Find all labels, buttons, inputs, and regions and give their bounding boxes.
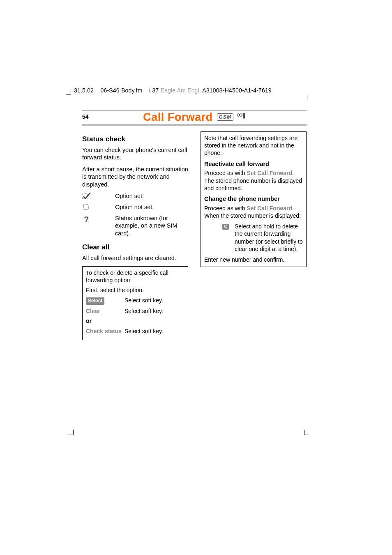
checkmark-icon	[82, 192, 115, 202]
status-check-heading: Status check	[82, 135, 188, 144]
doc-index: i 37	[149, 87, 159, 94]
page-body: 54 Call Forward GSM Status check You can…	[82, 109, 307, 340]
check-status-softkey: Check status	[86, 328, 122, 334]
icon-label: Option not set.	[115, 203, 188, 213]
change-number-heading: Change the phone number	[204, 195, 303, 203]
icon-row-unknown: ? Status unknown (for example, on a new …	[82, 214, 188, 237]
clear-action: Select soft key.	[125, 307, 184, 315]
doc-code: A31008-H4500-A1-4-7619	[202, 87, 272, 94]
select-action: Select soft key.	[125, 297, 184, 304]
doc-lang: Am Engl,	[177, 87, 201, 94]
note-text: Note that call forwarding settings are s…	[204, 134, 303, 157]
doc-product: Eagle	[160, 87, 175, 94]
unchecked-box-icon	[82, 203, 115, 213]
clear-key-icon: C	[222, 224, 229, 230]
set-call-forward-link: Set Call Forward	[247, 205, 292, 212]
doc-date: 31.5.02	[74, 87, 94, 94]
question-icon: ?	[82, 214, 115, 237]
clear-all-heading: Clear all	[82, 243, 188, 252]
network-depend-icon	[236, 113, 246, 122]
txt: Proceed as with	[204, 170, 247, 176]
icon-label: Status unknown (for example, on a new SI…	[115, 214, 188, 237]
page-title: Call Forward	[143, 111, 213, 124]
right-column: Note that call forwarding settings are s…	[201, 131, 307, 340]
select-softkey: Select	[86, 297, 104, 305]
icon-row-set: Option set.	[82, 192, 188, 202]
reactivate-heading: Reactivate call forward	[204, 160, 303, 168]
icon-row-notset: Option not set.	[82, 203, 188, 213]
doc-file: 06-S46 Body.fm	[100, 87, 142, 94]
set-call-forward-link: Set Call Forward	[247, 170, 292, 176]
txt: Proceed as with	[204, 205, 247, 212]
gsm-icon: GSM	[217, 113, 233, 121]
change-number-text: Proceed as with Set Call Forward. When t…	[204, 205, 303, 219]
or-label: or	[86, 317, 92, 325]
info-box: Note that call forwarding settings are s…	[201, 131, 307, 267]
left-column: Status check You can check your phone's …	[82, 131, 188, 340]
svg-point-0	[237, 114, 240, 116]
check-status-action: Select soft key.	[125, 327, 184, 335]
c-key-text: Select and hold to delete the current fo…	[235, 223, 303, 253]
svg-point-3	[243, 118, 244, 119]
doc-header: 31.5.02 06-S46 Body.fm i 37 Eagle Am Eng…	[74, 87, 272, 94]
box-intro: To check or delete a specific call forwa…	[86, 269, 184, 284]
svg-rect-5	[83, 205, 88, 210]
procedure-box: To check or delete a specific call forwa…	[82, 266, 188, 341]
clear-softkey: Clear	[86, 308, 100, 314]
svg-point-1	[240, 114, 242, 116]
status-check-p2: After a short pause, the current situati…	[82, 166, 188, 189]
status-check-p1: You can check your phone's current call …	[82, 146, 188, 161]
reactivate-text: Proceed as with Set Call Forward. The st…	[204, 169, 303, 192]
icon-label: Option set.	[115, 192, 188, 202]
clear-all-text: All call forward settings are cleared.	[82, 254, 188, 262]
box-first: First, select the option.	[86, 286, 184, 294]
c-key-row: C Select and hold to delete the current …	[204, 223, 303, 253]
enter-new-number: Enter new number and confirm.	[204, 256, 303, 263]
